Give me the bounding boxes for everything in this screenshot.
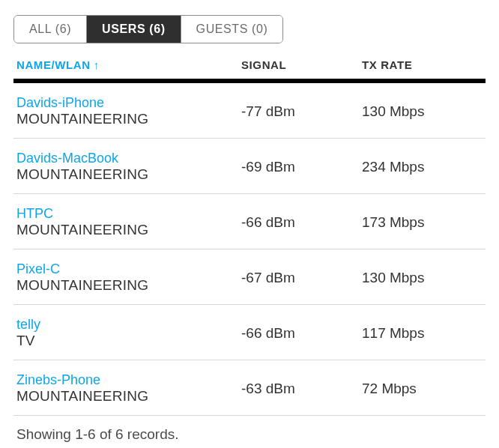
signal-value: -77 dBm xyxy=(241,103,362,120)
client-link[interactable]: Zinebs-Phone xyxy=(16,372,241,388)
col-label-name: NAME/WLAN xyxy=(16,58,91,71)
table-row: HTPCMOUNTAINEERING-66 dBm173 Mbps xyxy=(13,194,486,249)
table-row: Davids-iPhoneMOUNTAINEERING-77 dBm130 Mb… xyxy=(13,83,486,139)
sort-asc-icon: ↑ xyxy=(94,58,100,71)
col-name-wlan[interactable]: NAME/WLAN ↑ xyxy=(16,58,241,71)
client-link[interactable]: HTPC xyxy=(16,206,241,222)
name-wlan-cell: Zinebs-PhoneMOUNTAINEERING xyxy=(16,372,241,405)
tx-rate-value: 72 Mbps xyxy=(362,381,483,397)
signal-value: -63 dBm xyxy=(241,381,362,397)
tx-rate-value: 130 Mbps xyxy=(362,103,483,120)
name-wlan-cell: Pixel-CMOUNTAINEERING xyxy=(16,261,241,294)
tab-all[interactable]: ALL (6) xyxy=(14,16,86,43)
wlan-label: MOUNTAINEERING xyxy=(16,166,241,183)
table-header-row: NAME/WLAN ↑ SIGNAL TX RATE xyxy=(13,55,486,83)
wlan-label: MOUNTAINEERING xyxy=(16,222,241,238)
client-table: NAME/WLAN ↑ SIGNAL TX RATE Davids-iPhone… xyxy=(13,55,486,416)
table-row: tellyTV-66 dBm117 Mbps xyxy=(13,305,486,360)
col-tx-rate[interactable]: TX RATE xyxy=(362,58,483,71)
tx-rate-value: 130 Mbps xyxy=(362,270,483,286)
tx-rate-value: 173 Mbps xyxy=(362,214,483,231)
wlan-label: MOUNTAINEERING xyxy=(16,388,241,405)
signal-value: -69 dBm xyxy=(241,159,362,175)
tx-rate-value: 234 Mbps xyxy=(362,159,483,175)
wlan-label: TV xyxy=(16,333,241,349)
tab-guests[interactable]: GUESTS (0) xyxy=(181,16,283,43)
client-link[interactable]: Pixel-C xyxy=(16,261,241,277)
client-link[interactable]: Davids-iPhone xyxy=(16,95,241,111)
filter-tabs: ALL (6)USERS (6)GUESTS (0) xyxy=(13,15,283,43)
tab-users[interactable]: USERS (6) xyxy=(86,16,181,43)
col-signal[interactable]: SIGNAL xyxy=(241,58,362,71)
col-label-signal: SIGNAL xyxy=(241,58,286,71)
wlan-label: MOUNTAINEERING xyxy=(16,277,241,294)
client-link[interactable]: Davids-MacBook xyxy=(16,151,241,166)
name-wlan-cell: Davids-MacBookMOUNTAINEERING xyxy=(16,151,241,183)
table-footer: Showing 1-6 of 6 records. xyxy=(13,416,486,446)
name-wlan-cell: Davids-iPhoneMOUNTAINEERING xyxy=(16,95,241,127)
name-wlan-cell: HTPCMOUNTAINEERING xyxy=(16,206,241,238)
signal-value: -66 dBm xyxy=(241,214,362,231)
tx-rate-value: 117 Mbps xyxy=(362,325,483,342)
client-link[interactable]: telly xyxy=(16,317,241,333)
wlan-label: MOUNTAINEERING xyxy=(16,111,241,127)
table-row: Pixel-CMOUNTAINEERING-67 dBm130 Mbps xyxy=(13,249,486,305)
signal-value: -67 dBm xyxy=(241,270,362,286)
table-row: Zinebs-PhoneMOUNTAINEERING-63 dBm72 Mbps xyxy=(13,360,486,416)
col-label-tx: TX RATE xyxy=(362,58,412,71)
name-wlan-cell: tellyTV xyxy=(16,317,241,349)
signal-value: -66 dBm xyxy=(241,325,362,342)
table-row: Davids-MacBookMOUNTAINEERING-69 dBm234 M… xyxy=(13,139,486,194)
